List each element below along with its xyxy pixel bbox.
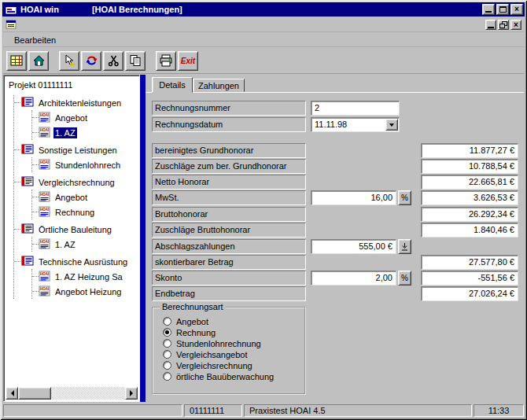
tab-zahlungen[interactable]: Zahlungen [193,79,245,92]
minimize-icon [485,11,492,13]
details-panel: Details Zahlungen Rechnungsnummer 2 Rech… [146,75,524,402]
close-button[interactable]: × [510,4,523,15]
zuschlaege-grundhonorar-value[interactable]: 10.788,54 € [421,159,518,174]
radio-option-vergleichsangebot[interactable]: Vergleichsangebot [163,349,304,359]
calc-table-button[interactable] [6,51,27,71]
copy-icon [129,54,142,67]
radio-option-oertliche-bauueberwachung[interactable]: örtliche Bauüberwachung [163,371,304,381]
toolbar: Exit [3,48,524,74]
abschlagszahlungen-input[interactable]: 555,00 € [311,239,396,254]
mwst-input[interactable]: 16,00 [311,190,396,205]
radio-option-stundenlohnrechnung[interactable]: Stundenlohnrechnung [163,338,304,348]
tree-node-label: Sonstige Leistungen [37,145,119,156]
status-clock: 11:33 [474,404,524,417]
hoai-book-icon [20,143,35,157]
scrollbar-thumb[interactable] [18,387,51,400]
netto-honorar-label: Netto Honorar [152,175,306,190]
skonto-input[interactable]: 2,00 [311,271,396,286]
mdi-child-bar: × [3,18,524,32]
home-button[interactable] [28,51,49,71]
tree-root-project[interactable]: Projekt 01111111 [7,79,139,93]
tree-leaf-label: Angebot [53,192,89,203]
tree-leaf-1-az-heizung[interactable]: HOAI 1. AZ Heizung Sa [32,269,139,284]
tree-node-oertliche-bauleitung[interactable]: Örtliche Bauleitung [14,222,139,237]
skontierbarer-betrag-value[interactable]: 27.577,80 € [421,255,518,270]
restore-icon [499,20,507,30]
rechnungsdatum-combo[interactable]: 11.11.98 [311,117,400,132]
titlebar: HOAI win [HOAI Berechnungen] × [2,2,525,17]
bereinigtes-grundhonorar-value[interactable]: 11.877,27 € [421,143,518,158]
hoai-doc-icon: HOAI [39,206,51,219]
radio-option-rechnung[interactable]: Rechnung [163,327,304,337]
menu-bearbeiten[interactable]: Bearbeiten [9,35,61,46]
netto-honorar-value[interactable]: 22.665,81 € [421,175,518,190]
print-icon [159,54,173,67]
panel-splitter[interactable] [140,75,146,402]
scroll-left-button[interactable] [6,387,18,400]
tree-horizontal-scrollbar[interactable] [6,387,138,400]
pointer-icon [63,54,76,67]
tree-node-architektenleistungen[interactable]: Architektenleistungen [14,95,139,110]
radio-icon[interactable] [163,361,171,370]
tree-node-vergleichsrechnung[interactable]: Vergleichsrechnung [14,175,139,190]
combo-dropdown-button[interactable] [385,119,398,131]
mwst-value[interactable]: 3.626,53 € [421,190,518,205]
bruttohonorar-value[interactable]: 26.292,34 € [421,207,518,222]
print-button[interactable] [156,51,176,71]
tree-leaf-angebot-heizung[interactable]: HOAI Angebot Heizung [32,284,139,299]
abschlag-down-button[interactable] [398,239,411,254]
radio-option-angebot[interactable]: Angebot [163,316,304,326]
tree-leaf-angebot[interactable]: HOAI Angebot [32,190,139,204]
radio-label: Stundenlohnrechnung [176,339,261,348]
cut-button[interactable] [103,51,123,71]
copy-button[interactable] [125,51,146,71]
minimize-button[interactable] [482,4,495,15]
rechnungsnummer-input[interactable]: 2 [311,101,400,116]
zuschlaege-brutto-value[interactable]: 1.840,46 € [421,223,518,238]
radio-icon[interactable] [163,350,171,359]
client-area: Projekt 01111111 Architektenleistungen H… [3,75,524,402]
svg-text:HOAI: HOAI [40,239,49,243]
berechnungsart-title: Berechnungsart [160,302,226,311]
tree-leaf-1-az[interactable]: HOAI 1. AZ [32,237,139,252]
tree-leaf-label: Angebot Heizung [53,286,123,297]
tree-leaf-angebot[interactable]: HOAI Angebot [32,110,139,125]
radio-option-vergleichsrechnung[interactable]: Vergleichsrechnung [163,360,304,370]
zuschlaege-brutto-label: Zuschläge Bruttohonorar [152,223,306,238]
tree-leaf-rechnung[interactable]: HOAI Rechnung [32,204,139,219]
hoai-doc-icon: HOAI [39,238,51,251]
skontierbarer-betrag-label: skontierbarer Betrag [152,255,306,270]
mdi-minimize-button[interactable] [485,20,496,30]
tab-details[interactable]: Details [152,77,193,93]
radio-icon[interactable] [163,328,171,337]
tree-node-label: Örtliche Bauleitung [37,224,113,235]
radio-label: Angebot [176,317,208,326]
exit-button[interactable]: Exit [178,51,198,71]
app-window: HOAI win [HOAI Berechnungen] × × Bearbei… [0,0,527,420]
endbetrag-value[interactable]: 27.026,24 € [421,286,518,301]
tree-leaf-label-selected: 1. AZ [53,127,77,138]
radio-icon[interactable] [163,339,171,348]
mdi-close-button[interactable]: × [510,20,521,30]
tree-node-sonstige-leistungen[interactable]: Sonstige Leistungen [14,142,139,157]
skonto-value[interactable]: -551,56 € [421,271,518,286]
mdi-doc-icon[interactable] [6,19,17,31]
radio-icon[interactable] [163,317,171,326]
rechnungsdatum-label: Rechnungsdatum [152,117,306,132]
tree-leaf-label: Stundenlohnrech [53,160,122,171]
maximize-button[interactable] [496,4,509,15]
skonto-percent-button[interactable]: % [398,271,411,286]
tree-leaf-1-az[interactable]: HOAI 1. AZ [32,125,139,140]
recalculate-button[interactable] [81,51,101,71]
tree-leaf-stundenlohnrechnung[interactable]: HOAI Stundenlohnrech [32,157,139,172]
radio-icon[interactable] [163,372,171,381]
pointer-button[interactable] [59,51,79,71]
minimize-icon [488,27,494,28]
mwst-percent-button[interactable]: % [398,190,411,205]
svg-text:HOAI: HOAI [40,112,49,116]
scroll-right-button[interactable] [125,387,138,400]
app-icon [5,4,17,15]
mdi-restore-button[interactable] [498,20,509,30]
hoai-doc-icon: HOAI [39,127,51,139]
tree-node-technische-ausruestung[interactable]: Technische Ausrüstung [14,254,139,269]
